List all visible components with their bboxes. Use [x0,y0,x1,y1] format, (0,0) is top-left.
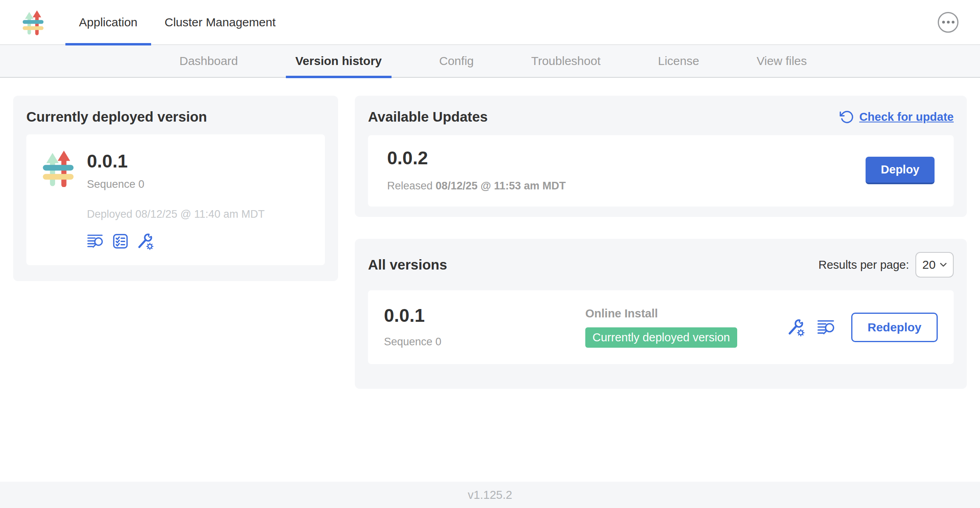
tab-troubleshoot[interactable]: Troubleshoot [521,45,610,77]
results-per-page: Results per page: 20 [819,252,954,278]
refresh-icon [840,110,854,124]
tab-license[interactable]: License [648,45,708,77]
released-date: 08/12/25 @ 11:53 am MDT [436,180,566,192]
deployed-version-number: 0.0.1 [87,152,265,170]
version-number: 0.0.1 [384,306,585,325]
deploy-button[interactable]: Deploy [866,157,935,184]
available-updates-header: Available Updates Check for update [368,109,954,125]
version-row: 0.0.1 Sequence 0 Online Install Currentl… [368,290,954,364]
update-info: 0.0.2 Released 08/12/25 @ 11:53 am MDT [387,149,566,192]
released-prefix: Released [387,180,433,192]
version-actions: Redeploy [787,313,938,342]
tab-view-files[interactable]: View files [747,45,817,77]
tab-cluster-management[interactable]: Cluster Management [151,0,289,45]
available-updates-title: Available Updates [368,109,488,125]
tab-application[interactable]: Application [65,0,151,45]
logs-icon[interactable] [87,234,104,249]
all-versions-header: All versions Results per page: 20 [368,252,954,278]
install-type-label: Online Install [585,307,787,320]
redeploy-button[interactable]: Redeploy [851,313,938,342]
results-per-page-label: Results per page: [819,258,909,272]
right-column: Available Updates Check for update 0.0.2 [355,96,967,389]
update-released-timestamp: Released 08/12/25 @ 11:53 am MDT [387,180,566,192]
deployed-timestamp: Deployed 08/12/25 @ 11:40 am MDT [87,208,265,221]
header-tabs: Application Cluster Management [65,0,289,45]
ellipsis-icon [952,21,954,24]
deployed-sequence: Sequence 0 [87,178,265,191]
all-versions-card: All versions Results per page: 20 [355,239,967,389]
currently-deployed-badge: Currently deployed version [585,327,737,348]
config-wrench-gear-icon[interactable] [136,232,154,250]
available-updates-card: Available Updates Check for update 0.0.2 [355,96,967,217]
preflight-checklist-icon[interactable] [112,233,128,249]
results-per-page-select[interactable]: 20 [915,252,954,278]
version-status: Online Install Currently deployed versio… [585,307,787,348]
update-version-number: 0.0.2 [387,149,566,167]
app-logo-icon [41,150,76,187]
currently-deployed-card: Currently deployed version 0.0.1 Sequenc… [13,96,338,281]
version-info: 0.0.1 Sequence 0 [384,306,585,348]
deployed-version-panel: 0.0.1 Sequence 0 Deployed 08/12/25 @ 11:… [26,134,325,265]
results-per-page-value: 20 [922,258,935,272]
tab-config[interactable]: Config [430,45,484,77]
app-subnav: Dashboard Version history Config Trouble… [0,45,980,78]
deployed-version-info: 0.0.1 Sequence 0 Deployed 08/12/25 @ 11:… [87,150,265,250]
deployed-card-title: Currently deployed version [26,109,325,125]
check-for-update-label: Check for update [859,110,954,124]
deployed-actions [87,232,265,250]
ellipsis-icon [947,21,950,24]
all-versions-title: All versions [368,257,447,273]
update-row: 0.0.2 Released 08/12/25 @ 11:53 am MDT D… [368,135,954,207]
console-version: v1.125.2 [468,488,512,502]
top-header: Application Cluster Management [0,0,980,45]
ellipsis-icon [942,21,945,24]
footer: v1.125.2 [0,482,980,508]
config-wrench-gear-icon[interactable] [787,318,805,337]
check-for-update-link[interactable]: Check for update [840,110,954,124]
chevron-down-icon [940,262,947,267]
tab-version-history[interactable]: Version history [286,45,392,77]
version-sequence: Sequence 0 [384,336,585,348]
main-content: Currently deployed version 0.0.1 Sequenc… [0,78,980,482]
overflow-menu-button[interactable] [938,12,958,33]
app-logo-icon [22,8,45,37]
logs-icon[interactable] [817,319,836,335]
tab-dashboard[interactable]: Dashboard [170,45,248,77]
